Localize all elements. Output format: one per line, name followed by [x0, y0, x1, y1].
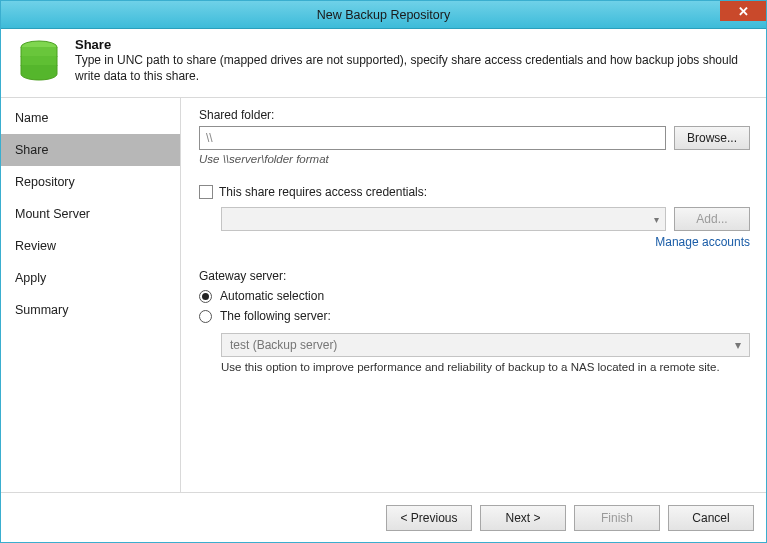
sidebar-item-repository[interactable]: Repository: [1, 166, 180, 198]
sidebar-item-review[interactable]: Review: [1, 230, 180, 262]
gateway-auto-radio[interactable]: [199, 290, 212, 303]
sidebar-item-apply[interactable]: Apply: [1, 262, 180, 294]
chevron-down-icon: ▾: [654, 214, 659, 225]
shared-folder-input[interactable]: [199, 126, 666, 150]
wizard-sidebar: Name Share Repository Mount Server Revie…: [1, 98, 181, 492]
window-title: New Backup Repository: [317, 8, 450, 22]
close-button[interactable]: ✕: [720, 1, 766, 21]
database-icon: [15, 37, 63, 85]
manage-accounts-link[interactable]: Manage accounts: [221, 235, 750, 249]
gateway-following-label: The following server:: [220, 309, 331, 323]
credentials-combo[interactable]: ▾: [221, 207, 666, 231]
header-text: Share Type in UNC path to share (mapped …: [75, 37, 752, 85]
body: Name Share Repository Mount Server Revie…: [1, 98, 766, 492]
gateway-label: Gateway server:: [199, 269, 750, 283]
sidebar-item-name[interactable]: Name: [1, 102, 180, 134]
header: Share Type in UNC path to share (mapped …: [1, 29, 766, 98]
dialog-window: New Backup Repository ✕ Share Type in UN…: [0, 0, 767, 543]
shared-folder-label: Shared folder:: [199, 108, 750, 122]
chevron-down-icon: ▾: [735, 338, 741, 352]
sidebar-item-mount-server[interactable]: Mount Server: [1, 198, 180, 230]
cancel-button[interactable]: Cancel: [668, 505, 754, 531]
credentials-checkbox-label: This share requires access credentials:: [219, 185, 427, 199]
close-icon: ✕: [738, 4, 749, 19]
gateway-server-combo[interactable]: test (Backup server) ▾: [221, 333, 750, 357]
credentials-checkbox[interactable]: [199, 185, 213, 199]
browse-button[interactable]: Browse...: [674, 126, 750, 150]
gateway-server-combo-value: test (Backup server): [230, 338, 337, 352]
gateway-auto-label: Automatic selection: [220, 289, 324, 303]
sidebar-item-summary[interactable]: Summary: [1, 294, 180, 326]
finish-button[interactable]: Finish: [574, 505, 660, 531]
footer: < Previous Next > Finish Cancel: [1, 492, 766, 542]
page-subtitle: Type in UNC path to share (mapped drives…: [75, 52, 752, 84]
content-pane: Shared folder: Browse... Use \\server\fo…: [181, 98, 766, 492]
page-title: Share: [75, 37, 752, 52]
next-button[interactable]: Next >: [480, 505, 566, 531]
titlebar: New Backup Repository ✕: [1, 1, 766, 29]
gateway-note: Use this option to improve performance a…: [221, 361, 750, 373]
sidebar-item-share[interactable]: Share: [1, 134, 180, 166]
gateway-following-radio[interactable]: [199, 310, 212, 323]
format-hint: Use \\server\folder format: [199, 153, 750, 165]
add-credentials-button[interactable]: Add...: [674, 207, 750, 231]
previous-button[interactable]: < Previous: [386, 505, 472, 531]
